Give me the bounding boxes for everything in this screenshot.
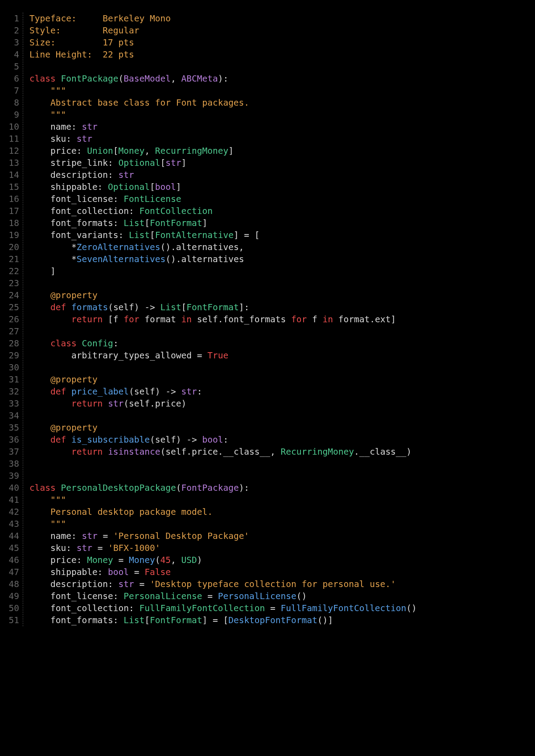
- code-token: (self) ->: [108, 302, 160, 312]
- code-token: [66, 302, 71, 312]
- line-number: 40: [0, 482, 19, 494]
- line-number: 28: [0, 337, 19, 349]
- line-number: 36: [0, 434, 19, 446]
- code-token: (self) ->: [129, 386, 181, 397]
- code-token: self.font_formats: [192, 314, 291, 325]
- code-token: Size: 17 pts: [29, 37, 134, 48]
- code-line: class Config:: [29, 337, 417, 349]
- code-token: in: [323, 314, 333, 325]
- code-token: (self.price.__class__,: [160, 447, 281, 457]
- line-number: 35: [0, 422, 19, 434]
- code-token: class: [29, 74, 56, 84]
- code-token: ()]: [317, 615, 333, 625]
- code-token: [29, 447, 71, 457]
- code-token: ] = [: [202, 615, 228, 625]
- code-token: [29, 519, 50, 529]
- line-number: 10: [0, 121, 19, 133]
- code-token: f: [307, 314, 322, 325]
- line-number: 30: [0, 362, 19, 374]
- code-token: stripe_link:: [29, 158, 119, 168]
- line-number: 51: [0, 614, 19, 626]
- line-number: 44: [0, 530, 19, 542]
- code-token: bool: [108, 567, 129, 577]
- code-token: List: [123, 615, 144, 625]
- code-token: name:: [29, 122, 82, 132]
- line-number: 27: [0, 325, 19, 337]
- code-token: """: [50, 86, 66, 96]
- code-line: name: str = 'Personal Desktop Package': [29, 530, 417, 542]
- line-number: 4: [0, 49, 19, 61]
- code-token: [29, 314, 71, 325]
- code-line: [29, 362, 417, 374]
- code-token: 'Desktop typeface collection for persona…: [150, 579, 396, 589]
- code-line: """: [29, 109, 417, 121]
- code-token: *: [29, 242, 77, 252]
- code-token: str: [77, 543, 92, 553]
- code-line: *ZeroAlternatives().alternatives,: [29, 241, 417, 253]
- code-line: [29, 470, 417, 482]
- code-line: Personal desktop package model.: [29, 506, 417, 518]
- code-token: Line Height: 22 pts: [29, 49, 134, 60]
- code-token: =: [265, 603, 280, 613]
- line-number: 14: [0, 169, 19, 181]
- code-token: ]: [176, 182, 181, 192]
- code-token: False: [144, 567, 171, 577]
- line-number: 29: [0, 349, 19, 362]
- code-token: return: [71, 447, 103, 457]
- code-token: font_collection:: [29, 206, 140, 216]
- line-number: 11: [0, 133, 19, 145]
- code-token: @property: [50, 423, 98, 433]
- code-token: [29, 399, 71, 409]
- code-token: SevenAlternatives: [77, 254, 166, 264]
- code-token: [29, 290, 50, 300]
- code-token: =: [202, 591, 218, 601]
- code-token: def: [50, 435, 66, 445]
- code-line: [29, 61, 417, 73]
- code-token: name:: [29, 531, 82, 541]
- line-number: 34: [0, 410, 19, 422]
- code-token: [29, 338, 50, 349]
- code-token: class: [29, 483, 56, 493]
- line-number: 39: [0, 470, 19, 482]
- code-token: :: [223, 435, 228, 445]
- code-token: Money: [129, 555, 155, 565]
- line-number: 41: [0, 494, 19, 506]
- code-line: font_collection: FullFamilyFontCollectio…: [29, 602, 417, 614]
- code-token: 'Personal Desktop Package': [113, 531, 249, 541]
- code-line: *SevenAlternatives().alternatives: [29, 253, 417, 265]
- code-token: bool: [202, 435, 223, 445]
- line-number: 7: [0, 85, 19, 97]
- code-line: [29, 410, 417, 422]
- code-token: [29, 435, 50, 445]
- line-number: 13: [0, 157, 19, 169]
- code-token: description:: [29, 579, 119, 589]
- code-token: description:: [29, 170, 119, 180]
- line-number: 18: [0, 217, 19, 229]
- code-line: font_license: PersonalLicense = Personal…: [29, 590, 417, 602]
- line-number: 6: [0, 73, 19, 85]
- code-line: [29, 277, 417, 289]
- code-token: [29, 302, 50, 312]
- code-token: """: [50, 519, 66, 529]
- code-line: Typeface: Berkeley Mono: [29, 12, 417, 25]
- line-number: 15: [0, 181, 19, 193]
- code-token: [: [150, 182, 155, 192]
- code-line: Abstract base class for Font packages.: [29, 97, 417, 109]
- code-token: str: [108, 399, 123, 409]
- code-token: Union: [87, 146, 113, 156]
- code-token: def: [50, 302, 66, 312]
- line-number: 50: [0, 602, 19, 614]
- code-token: Style: Regular: [29, 25, 140, 36]
- code-line: font_license: FontLicense: [29, 193, 417, 205]
- code-token: sku:: [29, 543, 77, 553]
- code-token: [f: [103, 314, 123, 325]
- code-token: font_license:: [29, 194, 123, 204]
- code-line: Style: Regular: [29, 25, 417, 37]
- code-token: [77, 338, 82, 349]
- code-token: font_variants:: [29, 230, 129, 240]
- code-line: [29, 325, 417, 337]
- code-line: class FontPackage(BaseModel, ABCMeta):: [29, 73, 417, 85]
- code-token: (self.price): [123, 399, 186, 409]
- code-line: def price_label(self) -> str:: [29, 386, 417, 398]
- code-token: str: [82, 122, 97, 132]
